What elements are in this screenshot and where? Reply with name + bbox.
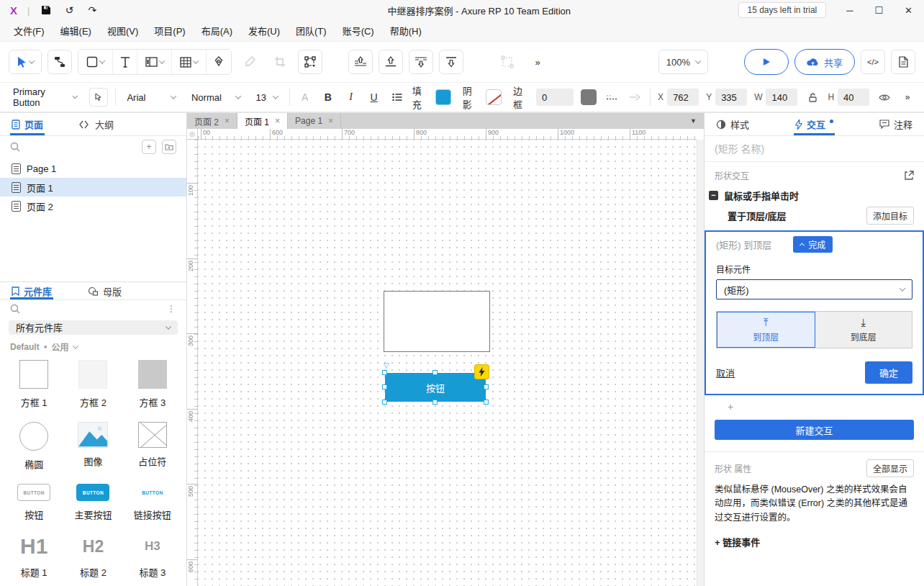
widget-button[interactable]: BUTTON 按钮	[4, 484, 63, 521]
widget-box2[interactable]: 方框 2	[63, 360, 122, 409]
add-action-button[interactable]: +	[705, 395, 924, 414]
fill-color-swatch[interactable]	[435, 89, 451, 105]
kebab-menu-icon[interactable]: ⋮	[167, 304, 176, 314]
tab-style[interactable]: 样式	[715, 113, 751, 135]
close-button[interactable]: ✕	[905, 5, 912, 16]
table-tool-button[interactable]	[172, 50, 207, 74]
bring-to-front-button[interactable]	[379, 50, 403, 74]
widget-style-select[interactable]: Primary Button	[9, 84, 82, 111]
selected-button-widget[interactable]: 按钮 ▽	[385, 373, 486, 402]
widget-image[interactable]: 图像	[63, 422, 122, 471]
toolbar-overflow-button[interactable]: »	[525, 50, 550, 74]
border-color-swatch[interactable]	[581, 89, 597, 105]
menu-team[interactable]: 团队(T)	[289, 21, 333, 40]
rectangle-tool-button[interactable]	[78, 50, 113, 74]
page-item-selected[interactable]: 页面 1	[0, 178, 186, 197]
close-tab-icon[interactable]: ×	[275, 116, 280, 126]
select-tool-button[interactable]	[9, 50, 42, 74]
resize-handle[interactable]	[432, 370, 438, 375]
add-folder-button[interactable]	[162, 140, 176, 154]
menu-help[interactable]: 帮助(H)	[384, 21, 428, 40]
show-all-button[interactable]: 全部显示	[866, 459, 914, 477]
design-canvas[interactable]: 按钮 ▽	[198, 140, 697, 586]
close-tab-icon[interactable]: ×	[225, 116, 230, 126]
page-item[interactable]: Page 1	[0, 159, 186, 178]
code-view-button[interactable]: </>	[861, 50, 885, 74]
widget-box1[interactable]: 方框 1	[4, 360, 63, 409]
widget-ellipse[interactable]: 椭圆	[4, 422, 63, 471]
tab-pages[interactable]: 页面	[10, 113, 45, 135]
search-icon[interactable]	[10, 142, 20, 152]
library-filter-select[interactable]: 所有元件库	[9, 320, 178, 335]
confirm-button[interactable]: 确定	[865, 361, 912, 384]
menu-view[interactable]: 视图(V)	[101, 21, 145, 40]
resize-handle[interactable]	[484, 384, 489, 389]
minimize-button[interactable]: ─	[846, 5, 853, 16]
bring-forward-button[interactable]	[348, 50, 373, 74]
tab-masters[interactable]: 母版	[86, 282, 123, 299]
library-section-header[interactable]: Default ● 公用	[0, 335, 186, 353]
new-interaction-button[interactable]: 新建交互	[715, 420, 914, 440]
text-tool-button[interactable]	[113, 50, 137, 74]
ruler-origin-icon[interactable]: ◎	[187, 129, 198, 140]
transform-points-button[interactable]	[298, 50, 322, 74]
placeholder-tool-button[interactable]	[137, 50, 172, 74]
menu-account[interactable]: 账号(C)	[336, 21, 381, 40]
widget-h1[interactable]: H1 标题 1	[4, 534, 63, 579]
style-picker-button[interactable]	[89, 88, 108, 107]
tab-notes[interactable]: 注释	[878, 113, 914, 135]
resize-handle[interactable]	[382, 384, 387, 389]
tab-outline[interactable]: 大纲	[78, 113, 115, 135]
italic-button[interactable]: I	[343, 88, 359, 107]
done-button[interactable]: 完成	[793, 236, 833, 253]
widget-primary-button[interactable]: BUTTON 主要按钮	[63, 484, 122, 521]
add-page-button[interactable]: +	[142, 140, 156, 154]
share-button[interactable]: 共享	[794, 49, 855, 75]
w-input[interactable]: 140	[766, 89, 797, 106]
canvas-tab[interactable]: Page 1 ×	[288, 113, 341, 129]
page-item[interactable]: 页面 2	[0, 197, 186, 215]
menu-file[interactable]: 文件(F)	[7, 21, 51, 40]
visibility-eye-icon[interactable]	[877, 88, 892, 107]
x-input[interactable]: 762	[667, 89, 699, 106]
interaction-badge-icon[interactable]	[474, 364, 489, 379]
h-input[interactable]: 40	[838, 89, 869, 106]
vertical-scrollbar[interactable]	[697, 140, 704, 586]
collapse-icon[interactable]: −	[709, 191, 718, 200]
menu-publish[interactable]: 发布(U)	[242, 21, 286, 40]
underline-button[interactable]: U	[366, 88, 382, 107]
trial-badge[interactable]: 15 days left in trial	[738, 2, 827, 18]
resize-handle[interactable]	[382, 400, 387, 405]
tab-interaction[interactable]: 交互	[794, 113, 835, 135]
y-input[interactable]: 335	[715, 89, 747, 106]
undo-icon[interactable]: ↺	[63, 4, 76, 17]
add-target-button[interactable]: 添加目标	[866, 207, 914, 225]
font-size-select[interactable]: 13	[252, 89, 282, 106]
widget-h2[interactable]: H2 标题 2	[63, 534, 122, 579]
border-style-button[interactable]	[604, 88, 620, 107]
cancel-button[interactable]: 取消	[716, 366, 735, 379]
redo-icon[interactable]: ↷	[86, 4, 99, 17]
bring-to-front-option[interactable]: ⤒ 到顶层	[717, 312, 815, 348]
widget-link-button[interactable]: BUTTON 链接按钮	[123, 484, 182, 521]
preview-button[interactable]	[744, 49, 789, 75]
widget-h3[interactable]: H3 标题 3	[123, 534, 182, 579]
bold-button[interactable]: B	[320, 88, 336, 107]
action-row[interactable]: 置于顶层/底层 添加目标	[705, 204, 924, 230]
canvas-tab-active[interactable]: 页面 1 ×	[237, 113, 288, 129]
bullet-list-button[interactable]	[389, 88, 405, 107]
resize-handle[interactable]	[382, 370, 387, 375]
send-backward-button[interactable]	[409, 50, 433, 74]
open-interaction-editor-icon[interactable]	[904, 171, 914, 181]
maximize-button[interactable]: ☐	[874, 5, 883, 16]
menu-edit[interactable]: 编辑(E)	[54, 21, 98, 40]
font-color-button[interactable]: A	[297, 88, 313, 107]
border-width-input[interactable]: 0	[536, 89, 574, 106]
menu-project[interactable]: 项目(P)	[148, 21, 191, 40]
canvas-tab[interactable]: 页面 2 ×	[187, 113, 237, 129]
shape-name-input[interactable]	[715, 143, 914, 155]
tab-widget-libraries[interactable]: 元件库	[10, 282, 53, 299]
menu-arrange[interactable]: 布局(A)	[195, 21, 239, 40]
target-widget-select[interactable]: (矩形)	[716, 279, 912, 299]
font-weight-select[interactable]: Normal	[187, 89, 245, 106]
